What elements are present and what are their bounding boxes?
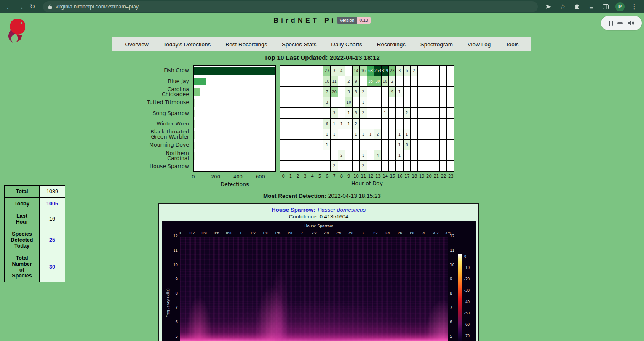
heatmap-cell: 1 <box>353 129 360 140</box>
nav-item-today-s-detections[interactable]: Today's Detections <box>163 41 211 48</box>
heatmap-cell <box>411 97 418 108</box>
heatmap-cell <box>338 161 345 171</box>
heatmap-cell: 16 <box>360 66 367 76</box>
spec-time-tick: 3:2 <box>372 232 378 235</box>
species-scientific-name-link[interactable]: Passer domesticus <box>318 207 366 213</box>
heatmap-cell: 3 <box>353 87 360 97</box>
heatmap-cell <box>331 97 338 108</box>
heatmap-cell <box>404 87 411 97</box>
most-recent-label: Most Recent Detection: <box>263 193 326 199</box>
address-bar[interactable]: virginia.birdnetpi.com/?stream=play <box>43 1 538 12</box>
nav-item-best-recordings[interactable]: Best Recordings <box>225 41 267 48</box>
browser-toolbar: ← → ↻ virginia.birdnetpi.com/?stream=pla… <box>0 0 644 13</box>
heatmap-cell <box>389 140 396 150</box>
heatmap-cell <box>309 66 316 76</box>
heatmap-cell: 1 <box>360 129 367 140</box>
site-title: B i r d N E T - P iVersion0.13 <box>0 17 644 24</box>
heatmap-cell <box>418 66 425 76</box>
nav-item-view-log[interactable]: View Log <box>468 41 491 48</box>
refresh-icon[interactable]: ↻ <box>28 2 37 11</box>
back-icon[interactable]: ← <box>4 2 13 11</box>
bar-tufted-titmouse <box>194 99 195 107</box>
stats-row-last-hour: LastHour16 <box>5 210 65 228</box>
heatmap-cell <box>302 97 309 108</box>
spec-db-tick: -10 <box>464 266 470 270</box>
nav-item-tools[interactable]: Tools <box>505 41 519 48</box>
nav-item-daily-charts[interactable]: Daily Charts <box>331 41 362 48</box>
side-panel-icon[interactable] <box>601 2 610 11</box>
bar-xtick-0: 0 <box>192 174 195 180</box>
heatmap-cell <box>447 97 454 108</box>
species-label-winter-wren: Winter Wren <box>136 118 191 129</box>
spec-freq-tick-right: 7 <box>450 306 452 310</box>
send-icon[interactable] <box>544 2 553 11</box>
heatmap-cell <box>440 66 447 76</box>
heatmap-xlabel: Hour of Day <box>280 180 454 186</box>
heatmap-cell <box>287 129 294 140</box>
heatmap-cell: 4 <box>374 150 382 161</box>
spec-freq-tick-left: 7 <box>162 306 178 310</box>
stats-value: 25 <box>40 228 65 252</box>
heatmap-cell <box>374 87 382 97</box>
heatmap-cell <box>440 140 447 150</box>
heatmap-cell <box>280 76 287 87</box>
nav-item-recordings[interactable]: Recordings <box>377 41 406 48</box>
heatmap-cell <box>382 140 389 150</box>
heatmap-cell <box>309 140 316 150</box>
hour-tick-20: 20 <box>425 174 433 178</box>
spec-db-tick: -40 <box>464 300 470 304</box>
heatmap-cell: 3 <box>331 108 338 118</box>
spec-time-tick: 2:8 <box>348 232 353 235</box>
heatmap-cell <box>280 150 287 161</box>
extensions-icon[interactable] <box>572 2 582 11</box>
heatmap-cell <box>389 108 396 118</box>
site-title-text: B i r d N E T - P i <box>273 17 334 24</box>
heatmap-cell <box>367 119 374 129</box>
spec-freq-tick-right: 8 <box>450 291 452 296</box>
hour-tick-10: 10 <box>353 174 360 178</box>
spectrogram-title: House Sparrow <box>162 224 476 228</box>
spec-db-tick: 0 <box>464 255 466 258</box>
nav-item-overview[interactable]: Overview <box>125 41 148 48</box>
spec-freq-tick-left: 10 <box>162 263 178 267</box>
stats-value: 30 <box>40 252 65 282</box>
bar-black-throated-green-warbler <box>194 131 195 139</box>
nav-item-species-stats[interactable]: Species Stats <box>282 41 317 48</box>
heatmap-cell: 1 <box>367 129 374 140</box>
hour-tick-21: 21 <box>433 174 440 178</box>
heatmap-cell <box>432 161 439 171</box>
heatmap-cell: 68 <box>367 66 374 76</box>
reading-list-icon[interactable]: ≡ <box>587 2 596 11</box>
heatmap-cell <box>367 87 374 97</box>
heatmap-cell <box>323 161 331 171</box>
heatmap-cell <box>302 66 309 76</box>
spec-time-tick: 1:4 <box>262 232 268 235</box>
heatmap-cell <box>425 129 432 140</box>
heatmap-cell <box>309 76 316 87</box>
heatmap-cell: 5 <box>345 87 353 97</box>
menu-kebab-icon[interactable]: ⋮ <box>630 2 639 11</box>
heatmap-cell <box>280 119 287 129</box>
heatmap-cell <box>294 161 302 171</box>
spec-time-tick: 1:6 <box>275 232 280 235</box>
heatmap-cell: 4 <box>338 66 345 76</box>
profile-avatar[interactable]: P <box>615 2 625 11</box>
nav-item-spectrogram[interactable]: Spectrogram <box>420 41 453 48</box>
heatmap-cell <box>302 87 309 97</box>
spec-freq-tick-right: 6 <box>450 320 452 324</box>
forward-icon[interactable]: → <box>16 2 25 11</box>
heatmap-cell <box>287 66 294 76</box>
heatmap-cell <box>440 150 447 161</box>
heatmap-cell <box>287 119 294 129</box>
heatmap-cell: 10 <box>323 76 331 87</box>
species-common-name-link[interactable]: House Sparrow: <box>272 207 315 213</box>
heatmap-cell: 3 <box>331 66 338 76</box>
heatmap-cell: 6 <box>323 119 331 129</box>
bar-chart-species-labels: Fish CrowBlue JayCarolinaChickadeeTufted… <box>136 65 191 172</box>
heatmap-cell <box>382 129 389 140</box>
version-value: 0.13 <box>357 17 370 24</box>
hour-tick-0: 0 <box>280 174 287 178</box>
bar-fish-crow <box>194 67 275 75</box>
bookmark-star-icon[interactable]: ☆ <box>558 2 567 11</box>
heatmap-cell <box>367 97 374 108</box>
